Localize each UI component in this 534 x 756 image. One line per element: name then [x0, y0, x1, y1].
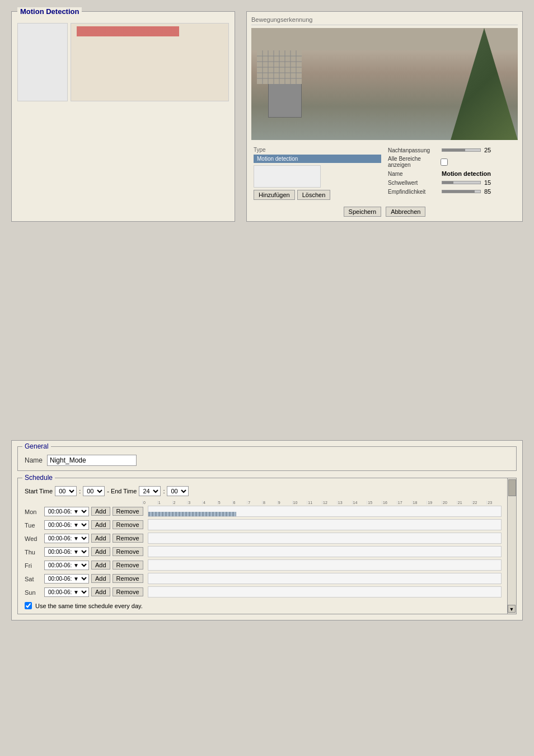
bewegung-panel: Bewegungserkennung [246, 11, 523, 222]
name-label: Name [388, 171, 438, 177]
bottom-section: General Name Schedule Start Time 0001020… [11, 440, 523, 620]
hour-15: 15 [367, 501, 382, 505]
schedule-title: Schedule [22, 474, 55, 482]
motion-preview-main [71, 23, 229, 101]
wed-add-button[interactable]: Add [91, 534, 110, 543]
schedule-wrapper: Schedule Start Time 00010206121824 : 001… [17, 478, 517, 614]
end-min-select[interactable]: 00153045 [167, 486, 189, 496]
day-mon-controls: 00:00-06: ▼ Add Remove [44, 507, 143, 516]
thu-timeline [148, 546, 502, 557]
sat-time-select[interactable]: 00:00-06: ▼ [44, 574, 89, 584]
spacer [11, 239, 523, 435]
general-name-label: Name [25, 456, 43, 464]
hour-2: 2 [172, 501, 188, 505]
scrollbar-thumb[interactable] [508, 479, 516, 496]
day-fri-label: Fri [25, 561, 44, 569]
empfindlichkeit-slider[interactable] [442, 190, 481, 193]
sat-remove-button[interactable]: Remove [113, 574, 143, 583]
dash-label: - End Time [107, 488, 137, 494]
start-min-select[interactable]: 00153045 [83, 486, 105, 496]
hour-9: 9 [277, 501, 292, 505]
mon-remove-button[interactable]: Remove [113, 507, 143, 516]
colon1: : [79, 488, 81, 494]
wed-remove-button[interactable]: Remove [113, 534, 143, 543]
thu-add-button[interactable]: Add [91, 547, 110, 556]
day-tue-controls: 00:00-06: ▼ Add Remove [44, 520, 143, 530]
day-thu-label: Thu [25, 548, 44, 556]
alle-bereiche-checkbox[interactable] [441, 158, 448, 166]
hour-17: 17 [397, 501, 412, 505]
hour-6: 6 [232, 501, 247, 505]
colon2: : [163, 488, 165, 494]
day-row-sun: Sun 00:00-06: ▼ Add Remove [25, 586, 502, 598]
tue-time-select[interactable]: 00:00-06: ▼ [44, 520, 89, 530]
use-same-label: Use the same time schedule every day. [35, 603, 143, 609]
nachtanpassung-slider[interactable] [442, 148, 481, 152]
hour-1: 1 [157, 501, 172, 505]
hour-18: 18 [412, 501, 427, 505]
hinzufugen-button[interactable]: Hinzufügen [254, 190, 295, 200]
mon-timeline-fill [148, 512, 237, 517]
start-hour-select[interactable]: 00010206121824 [55, 486, 77, 496]
hour-19: 19 [427, 501, 442, 505]
general-name-input[interactable] [47, 455, 137, 466]
day-row-mon: Mon 00:00-06: ▼ Add Remove [25, 506, 502, 517]
mon-timeline [148, 506, 502, 517]
thu-remove-button[interactable]: Remove [113, 547, 143, 556]
use-same-checkbox[interactable] [25, 602, 32, 609]
type-label: Type [254, 147, 381, 153]
general-panel: General Name [17, 446, 517, 471]
use-same-row: Use the same time schedule every day. [25, 602, 502, 609]
bewegung-title: Bewegungserkennung [251, 16, 518, 25]
fri-timeline [148, 559, 502, 571]
day-row-thu: Thu 00:00-06: ▼ Add Remove [25, 546, 502, 557]
sun-time-select[interactable]: 00:00-06: ▼ [44, 587, 89, 597]
sun-add-button[interactable]: Add [91, 587, 110, 596]
tue-timeline [148, 519, 502, 530]
schedule-scrollbar[interactable]: ▼ [507, 478, 516, 614]
start-time-label: Start Time [25, 488, 53, 494]
tue-add-button[interactable]: Add [91, 520, 110, 529]
empfindlichkeit-fill [442, 190, 475, 193]
hour-23: 23 [486, 501, 502, 505]
thu-time-select[interactable]: 00:00-06: ▼ [44, 547, 89, 557]
motion-detection-panel: Motion Detection [11, 11, 235, 222]
loschen-button[interactable]: Löschen [297, 190, 331, 200]
schwellwert-slider[interactable] [442, 181, 481, 184]
hour-labels-row: 0 1 2 3 4 5 6 7 8 9 10 11 12 13 14 15 16 [142, 501, 502, 505]
type-box: Motion detection [254, 155, 381, 163]
day-sat-label: Sat [25, 575, 44, 582]
end-hour-select[interactable]: 0006121824 [139, 486, 161, 496]
wed-time-select[interactable]: 00:00-06: ▼ [44, 534, 89, 543]
mon-add-button[interactable]: Add [91, 507, 110, 516]
sun-remove-button[interactable]: Remove [113, 587, 143, 596]
abbrechen-button[interactable]: Abbrechen [386, 207, 425, 217]
hour-11: 11 [307, 501, 322, 505]
tue-remove-button[interactable]: Remove [113, 520, 143, 529]
alle-bereiche-label: Alle Bereiche anzeigen [388, 156, 438, 168]
hour-5: 5 [217, 501, 232, 505]
day-wed-controls: 00:00-06: ▼ Add Remove [44, 534, 143, 543]
motion-preview-left [17, 23, 68, 101]
empfindlichkeit-label: Empfindlichkeit [388, 189, 438, 195]
fri-remove-button[interactable]: Remove [113, 561, 143, 570]
nachtanpassung-value: 25 [484, 147, 495, 153]
hour-8: 8 [262, 501, 277, 505]
day-row-sat: Sat 00:00-06: ▼ Add Remove [25, 573, 502, 584]
sat-timeline [148, 573, 502, 584]
day-thu-controls: 00:00-06: ▼ Add Remove [44, 547, 143, 557]
day-mon-label: Mon [25, 507, 44, 515]
fri-add-button[interactable]: Add [91, 561, 110, 570]
speichern-button[interactable]: Speichern [344, 207, 382, 217]
fri-time-select[interactable]: 00:00-06: ▼ [44, 561, 89, 570]
hour-3: 3 [187, 501, 202, 505]
schwellwert-label: Schwellwert [388, 180, 438, 186]
hour-22: 22 [472, 501, 487, 505]
sat-add-button[interactable]: Add [91, 574, 110, 583]
mon-time-select[interactable]: 00:00-06: ▼ [44, 507, 89, 516]
settings-left: Type Motion detection Hinzufügen Löschen [251, 144, 383, 202]
scrollbar-down[interactable]: ▼ [508, 605, 516, 613]
hour-0: 0 [142, 501, 157, 505]
wed-timeline [148, 533, 502, 544]
hour-20: 20 [442, 501, 457, 505]
